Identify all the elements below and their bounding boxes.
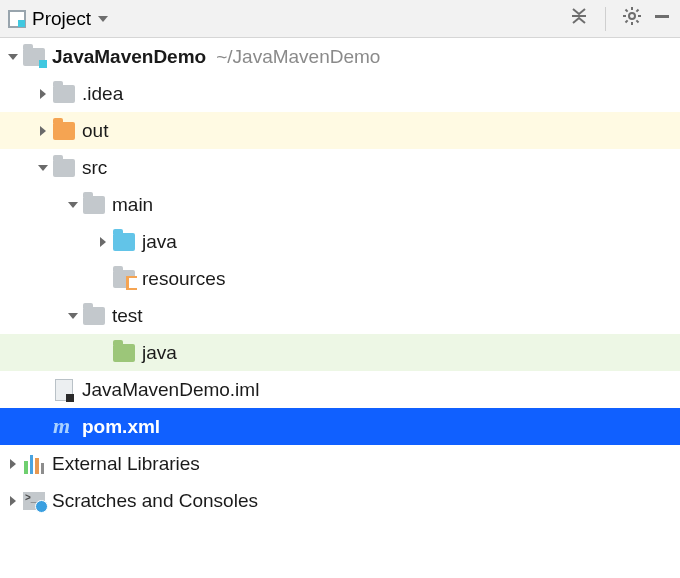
iml-file-icon [55, 379, 73, 401]
excluded-folder-icon [53, 122, 75, 140]
folder-icon [53, 85, 75, 103]
tree-node-java-main[interactable]: java [0, 223, 680, 260]
tree-node-java-test[interactable]: java [0, 334, 680, 371]
svg-point-1 [629, 13, 635, 19]
expand-toggle[interactable] [4, 51, 22, 63]
expand-toggle[interactable] [94, 236, 112, 248]
svg-line-8 [626, 20, 628, 22]
project-tree: JavaMavenDemo ~/JavaMavenDemo ​.idea out… [0, 38, 680, 519]
module-folder-icon [23, 48, 45, 66]
node-label: ​.idea [82, 83, 123, 105]
node-label: resources [142, 268, 225, 290]
view-mode-dropdown[interactable] [97, 8, 109, 30]
test-source-folder-icon [113, 344, 135, 362]
resources-folder-icon [113, 270, 135, 288]
libraries-icon [24, 454, 44, 474]
node-label: out [82, 120, 108, 142]
node-label: main [112, 194, 153, 216]
expand-toggle[interactable] [4, 458, 22, 470]
expand-toggle[interactable] [34, 125, 52, 137]
node-label: java [142, 342, 177, 364]
expand-toggle[interactable] [64, 199, 82, 211]
tool-window-title[interactable]: Project [32, 8, 91, 30]
collapse-all-icon[interactable] [569, 6, 589, 31]
node-label: JavaMavenDemo [52, 46, 206, 68]
tree-node-pom[interactable]: m pom.xml [0, 408, 680, 445]
hide-tool-window-icon[interactable] [652, 6, 672, 31]
svg-line-7 [636, 20, 638, 22]
node-label: Scratches and Consoles [52, 490, 258, 512]
tree-node-main[interactable]: main [0, 186, 680, 223]
scratches-icon [23, 492, 45, 510]
project-view-icon [8, 10, 26, 28]
svg-line-6 [626, 10, 628, 12]
node-path-hint: ~/JavaMavenDemo [216, 46, 380, 68]
tree-node-external-libraries[interactable]: External Libraries [0, 445, 680, 482]
expand-toggle[interactable] [64, 310, 82, 322]
tool-window-header: Project [0, 0, 680, 38]
tree-node-root[interactable]: JavaMavenDemo ~/JavaMavenDemo [0, 38, 680, 75]
node-label: External Libraries [52, 453, 200, 475]
divider [605, 7, 606, 31]
node-label: pom.xml [82, 416, 160, 438]
tree-node-idea[interactable]: ​.idea [0, 75, 680, 112]
node-label: test [112, 305, 143, 327]
source-folder-icon [113, 233, 135, 251]
tree-node-out[interactable]: out [0, 112, 680, 149]
tree-node-src[interactable]: src [0, 149, 680, 186]
svg-rect-10 [655, 15, 669, 18]
expand-toggle[interactable] [34, 162, 52, 174]
folder-icon [53, 159, 75, 177]
folder-icon [83, 307, 105, 325]
expand-toggle[interactable] [34, 88, 52, 100]
tree-node-iml[interactable]: JavaMavenDemo.iml [0, 371, 680, 408]
folder-icon [83, 196, 105, 214]
node-label: JavaMavenDemo.iml [82, 379, 259, 401]
expand-toggle[interactable] [4, 495, 22, 507]
gear-icon[interactable] [622, 6, 642, 31]
tree-node-test[interactable]: test [0, 297, 680, 334]
maven-file-icon: m [53, 417, 75, 437]
tree-node-scratches[interactable]: Scratches and Consoles [0, 482, 680, 519]
tree-node-resources[interactable]: resources [0, 260, 680, 297]
svg-line-9 [636, 10, 638, 12]
node-label: java [142, 231, 177, 253]
node-label: src [82, 157, 107, 179]
